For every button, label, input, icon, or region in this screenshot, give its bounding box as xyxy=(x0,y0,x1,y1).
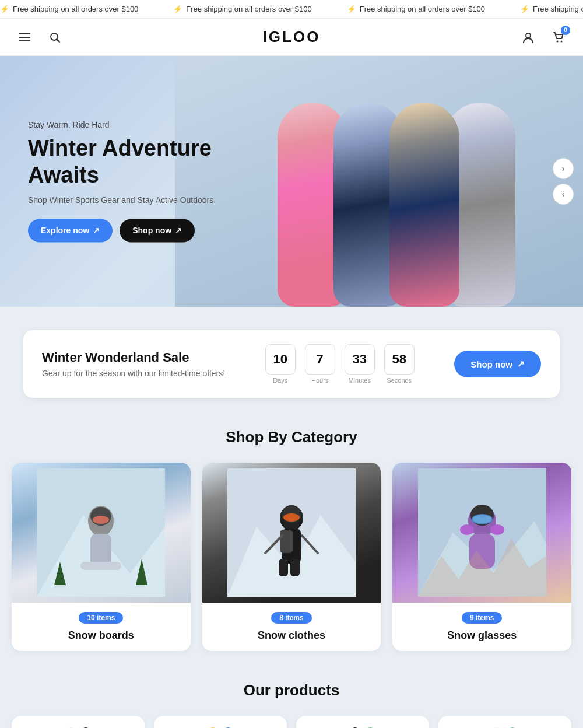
countdown-minutes: 33 Minutes xyxy=(345,344,375,384)
svg-rect-21 xyxy=(279,559,288,576)
svg-rect-1 xyxy=(19,37,30,38)
header: IGLOO 0 xyxy=(0,19,583,56)
countdown-timer: 10 Days 7 Hours 33 Minutes 58 Seconds xyxy=(265,344,415,384)
svg-line-4 xyxy=(57,39,60,42)
product-image-3 xyxy=(296,716,429,728)
search-button[interactable] xyxy=(44,27,65,48)
arrow-icon: ↗ xyxy=(93,226,100,236)
snowboards-badge: 10 items xyxy=(79,612,123,624)
glasses-name: Snow glasses xyxy=(402,629,562,642)
days-number: 10 xyxy=(265,344,296,374)
hero-next-button[interactable]: › xyxy=(553,158,574,179)
snowboarder-svg xyxy=(37,468,165,597)
account-icon xyxy=(522,31,535,44)
clothes-image xyxy=(202,463,381,603)
days-label: Days xyxy=(265,377,296,384)
countdown-hours: 7 Hours xyxy=(305,344,335,384)
svg-point-34 xyxy=(473,515,491,523)
svg-point-7 xyxy=(561,40,563,42)
product-image-1 xyxy=(12,716,145,728)
announcement-item: ⚡ Free shipping on all orders over $100 xyxy=(0,5,138,13)
categories-section: Shop By Category xyxy=(0,410,583,670)
sale-subtitle: Gear up for the season with our limited-… xyxy=(42,369,225,378)
cart-button[interactable]: 0 xyxy=(548,27,569,48)
header-left xyxy=(14,27,65,48)
svg-rect-13 xyxy=(90,534,111,566)
lightning-icon: ⚡ xyxy=(173,5,182,13)
products-section: Our products xyxy=(0,670,583,728)
category-card-glasses[interactable]: 9 items Snow glasses xyxy=(392,463,571,651)
categories-title: Shop By Category xyxy=(12,428,571,446)
hero-illustration xyxy=(227,62,566,307)
lightning-icon: ⚡ xyxy=(520,5,529,13)
hours-label: Hours xyxy=(305,377,335,384)
seconds-label: Seconds xyxy=(384,377,415,384)
product-card-3[interactable] xyxy=(296,716,429,728)
countdown-days: 10 Days xyxy=(265,344,296,384)
countdown-seconds: 58 Seconds xyxy=(384,344,415,384)
svg-rect-14 xyxy=(80,562,121,570)
menu-button[interactable] xyxy=(14,27,35,48)
announcement-item: ⚡ Free shipping on all orders over $100 xyxy=(173,5,311,13)
header-right: 0 xyxy=(518,27,569,48)
hours-number: 7 xyxy=(305,344,335,374)
svg-rect-2 xyxy=(19,40,30,41)
svg-rect-0 xyxy=(19,33,30,34)
hero-content: Stay Warm, Ride Hard Winter Adventure Aw… xyxy=(28,120,238,242)
glasses-footer: 9 items Snow glasses xyxy=(392,603,571,651)
glasses-illustration xyxy=(392,463,571,603)
category-card-snowboards[interactable]: 10 items Snow boards xyxy=(12,463,191,651)
minutes-number: 33 xyxy=(345,344,375,374)
product-image-2 xyxy=(154,716,287,728)
lightning-icon: ⚡ xyxy=(0,5,9,13)
arrow-icon: ↗ xyxy=(175,226,182,236)
hero-description: Shop Winter Sports Gear and Stay Active … xyxy=(28,196,238,205)
svg-rect-22 xyxy=(290,559,300,576)
ski-illustration-1 xyxy=(65,722,91,728)
ski-illustration-4 xyxy=(492,722,518,728)
product-card-4[interactable] xyxy=(438,716,571,728)
search-icon xyxy=(49,32,61,43)
svg-point-5 xyxy=(526,33,531,38)
products-grid xyxy=(12,716,571,728)
sale-banner: Winter Wonderland Sale Gear up for the s… xyxy=(23,330,560,398)
clothes-name: Snow clothes xyxy=(212,629,372,642)
minutes-label: Minutes xyxy=(345,377,375,384)
person-figure-3 xyxy=(389,103,459,307)
ski-illustration-2 xyxy=(208,722,233,728)
svg-point-35 xyxy=(460,524,474,535)
cart-badge: 0 xyxy=(561,26,570,35)
sale-text: Winter Wonderland Sale Gear up for the s… xyxy=(42,350,225,378)
svg-point-6 xyxy=(557,40,559,42)
snowboards-name: Snow boards xyxy=(21,629,181,642)
product-card-1[interactable] xyxy=(12,716,145,728)
snowboards-illustration xyxy=(12,463,191,603)
glasses-badge: 9 items xyxy=(462,612,502,624)
goggles-svg xyxy=(418,468,546,597)
ski-illustration-3 xyxy=(350,722,375,728)
product-card-2[interactable] xyxy=(154,716,287,728)
snowboards-image xyxy=(12,463,191,603)
account-button[interactable] xyxy=(518,27,539,48)
clothes-footer: 8 items Snow clothes xyxy=(202,603,381,651)
sale-shop-button[interactable]: Shop now ↗ xyxy=(454,351,541,377)
product-image-4 xyxy=(438,716,571,728)
explore-button[interactable]: Explore now ↗ xyxy=(28,219,113,243)
hero-buttons: Explore now ↗ Shop now ↗ xyxy=(28,219,238,243)
hero-navigation: › ‹ xyxy=(553,158,574,205)
glasses-image xyxy=(392,463,571,603)
hero-prev-button[interactable]: ‹ xyxy=(553,184,574,205)
svg-point-16 xyxy=(93,516,109,524)
hero-title: Winter Adventure Awaits xyxy=(28,135,238,188)
clothes-illustration xyxy=(202,463,381,603)
svg-rect-25 xyxy=(280,530,293,553)
announcement-bar: ⚡ Free shipping on all orders over $100 … xyxy=(0,0,583,19)
lightning-icon: ⚡ xyxy=(347,5,356,13)
announcement-scroll: ⚡ Free shipping on all orders over $100 … xyxy=(0,5,583,13)
seconds-number: 58 xyxy=(384,344,415,374)
site-logo[interactable]: IGLOO xyxy=(263,28,321,46)
shop-now-button[interactable]: Shop now ↗ xyxy=(120,219,195,243)
sale-title: Winter Wonderland Sale xyxy=(42,350,225,365)
snowboards-footer: 10 items Snow boards xyxy=(12,603,191,651)
category-card-clothes[interactable]: 8 items Snow clothes xyxy=(202,463,381,651)
